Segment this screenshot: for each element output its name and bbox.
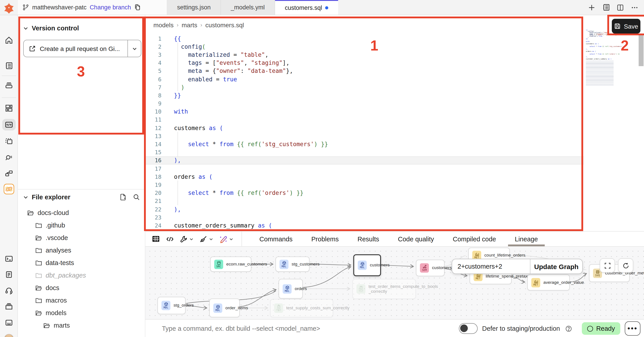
more-options-button[interactable]: ••• [625, 321, 640, 336]
lineage-node-average-order-value[interactable]: METaverage_order_value [527, 275, 570, 291]
code-line[interactable]: 3 materialized = "table", [145, 51, 584, 59]
lint-broom-icon[interactable] [200, 235, 213, 243]
code-line[interactable]: 14 select * from {{ ref('stg_customers')… [145, 140, 584, 148]
plus-icon[interactable] [588, 3, 596, 11]
code-line[interactable]: 10with [145, 107, 584, 115]
code-line[interactable]: 11 [145, 116, 584, 124]
file-tree-item-.github[interactable]: .github [18, 219, 145, 232]
build-wrench-icon[interactable] [180, 235, 194, 243]
lineage-node-stg-orders[interactable]: MDLstg_orders [158, 297, 186, 314]
notebook-panel-icon[interactable] [602, 3, 610, 11]
file-tree-item-data-tests[interactable]: data-tests [18, 257, 145, 269]
lineage-node-orders[interactable]: MDLorders [278, 279, 303, 299]
code-editor-icon[interactable] [2, 119, 16, 130]
refresh-icon[interactable] [618, 258, 633, 273]
breadcrumb-item[interactable]: models [154, 21, 174, 29]
code-line[interactable]: 7 ) [145, 83, 584, 91]
change-branch-link[interactable]: Change branch [90, 4, 131, 11]
clipboard-icon[interactable] [4, 269, 14, 280]
tab-settings.json[interactable]: settings.json [167, 0, 221, 15]
code-line[interactable]: 9 [145, 99, 584, 107]
dbt-logo[interactable] [0, 0, 18, 15]
file-tree-item-analyses[interactable]: analyses [18, 244, 145, 257]
lineage-node-ecom-raw-customers[interactable]: SRCecom.raw_customers [210, 257, 251, 272]
code-line[interactable]: 8}} [145, 91, 584, 99]
lineage-node-test-order-items[interactable]: TSTtest_order_items_compute_to_bools _co… [352, 279, 416, 299]
breadcrumb-item[interactable]: marts [182, 21, 197, 29]
tab-customers.sql[interactable]: customers.sql [275, 0, 338, 15]
editor-scrollbar[interactable] [639, 35, 644, 66]
lineage-node-order-items[interactable]: MDLorder_items [209, 299, 240, 317]
headset-icon[interactable] [4, 285, 14, 296]
code-line[interactable]: 1{{ [145, 34, 584, 42]
code-editor[interactable]: models› marts› customers.sql 1{{2 config… [145, 15, 584, 231]
code-line[interactable]: 19 [145, 181, 584, 189]
card-icon[interactable] [4, 317, 14, 328]
code-line[interactable]: 5 meta = {"owner": "data-team"}, [145, 67, 584, 75]
lineage-node-customers-model[interactable]: MDLcustomers [353, 254, 381, 276]
table-preview-icon[interactable] [152, 235, 160, 243]
code-line[interactable]: 12customers as ( [145, 124, 584, 132]
tab-_models.yml[interactable]: _models.yml [221, 0, 275, 15]
file-tree-item-macros[interactable]: macros [18, 294, 145, 307]
panel-tab-code-quality[interactable]: Code quality [389, 232, 444, 246]
notebook-icon[interactable] [4, 60, 14, 71]
folder-stack-icon[interactable] [4, 301, 14, 312]
create-pr-dropdown[interactable] [128, 40, 141, 57]
save-button[interactable]: Save [612, 19, 640, 33]
file-explorer-header[interactable]: File explorer [18, 190, 145, 205]
help-icon[interactable] [565, 325, 572, 332]
code-line[interactable]: 17 [145, 164, 584, 173]
code-line[interactable]: 6 enabled = true [145, 75, 584, 83]
command-input[interactable]: Type a command, ex. dbt build --select <… [162, 325, 320, 332]
defer-toggle[interactable] [459, 323, 478, 334]
file-tree-item-marts[interactable]: marts [18, 319, 145, 332]
version-control-header[interactable]: Version control [18, 20, 145, 36]
new-file-icon[interactable] [120, 194, 126, 201]
lineage-selector-input[interactable]: 2+customers+2 [452, 259, 530, 274]
grid-icon[interactable] [4, 103, 14, 113]
code-line[interactable]: 4 tags = ["events", "staging"], [145, 59, 584, 67]
code-line[interactable]: 22), [145, 205, 584, 213]
panel-tab-compiled-code[interactable]: Compiled code [444, 232, 505, 246]
copilot-atom-icon[interactable] [4, 184, 14, 194]
lineage-node-stg-customers[interactable]: MDLstg_customers [276, 257, 310, 272]
code-line[interactable]: 15 [145, 148, 584, 156]
tray-icon[interactable] [4, 80, 14, 91]
file-tree-item-models[interactable]: models [18, 307, 145, 319]
update-graph-button[interactable]: Update Graph [530, 259, 582, 274]
breadcrumb-item[interactable]: customers.sql [205, 21, 244, 29]
code-line[interactable]: 23 [145, 213, 584, 221]
split-view-icon[interactable] [616, 3, 624, 11]
home-icon[interactable] [4, 35, 14, 45]
fullscreen-icon[interactable] [600, 258, 615, 273]
panel-tab-results[interactable]: Results [348, 232, 389, 246]
lineage-node-customers-semantic[interactable]: SEMcustomers [416, 260, 444, 276]
panel-tab-lineage[interactable]: Lineage [505, 232, 547, 246]
status-badge[interactable]: Ready [582, 322, 620, 335]
editor-minimap[interactable]: {{ config( materialized = "table", tags … [586, 29, 622, 217]
code-line[interactable]: 18orders as ( [145, 173, 584, 181]
search-icon[interactable] [133, 194, 140, 201]
create-pr-button[interactable]: Create a pull request on Gi... [24, 40, 128, 57]
lineage-node-test-supply-costs[interactable]: TSTtest_supply_costs_sum_correctly [270, 299, 333, 317]
code-icon[interactable] [166, 235, 174, 243]
file-tree-item-docs[interactable]: docs [18, 282, 145, 294]
frame-icon[interactable] [4, 136, 14, 147]
terminal-icon[interactable] [4, 253, 14, 264]
code-line[interactable]: 2 config( [145, 42, 584, 50]
copilot-pen-icon[interactable] [219, 235, 234, 243]
copy-icon[interactable] [134, 4, 141, 11]
ellipsis-icon[interactable] [630, 3, 639, 11]
code-line[interactable]: 16), [145, 156, 584, 164]
code-line[interactable]: 24customer_orders_summary as ( [145, 222, 584, 230]
panel-tab-commands[interactable]: Commands [250, 232, 302, 246]
search-doc-icon[interactable] [4, 152, 14, 163]
panel-tab-problems[interactable]: Problems [302, 232, 348, 246]
code-line[interactable]: 21 [145, 197, 584, 205]
code-line[interactable]: 20 select * from {{ ref('orders') }} [145, 189, 584, 197]
lineage-canvas[interactable]: SRCecom.raw_customersMDLstg_customersMDL… [145, 247, 644, 319]
flow-icon[interactable] [4, 168, 14, 179]
code-line[interactable]: 13 [145, 132, 584, 140]
file-tree-item-.vscode[interactable]: .vscode [18, 232, 145, 244]
